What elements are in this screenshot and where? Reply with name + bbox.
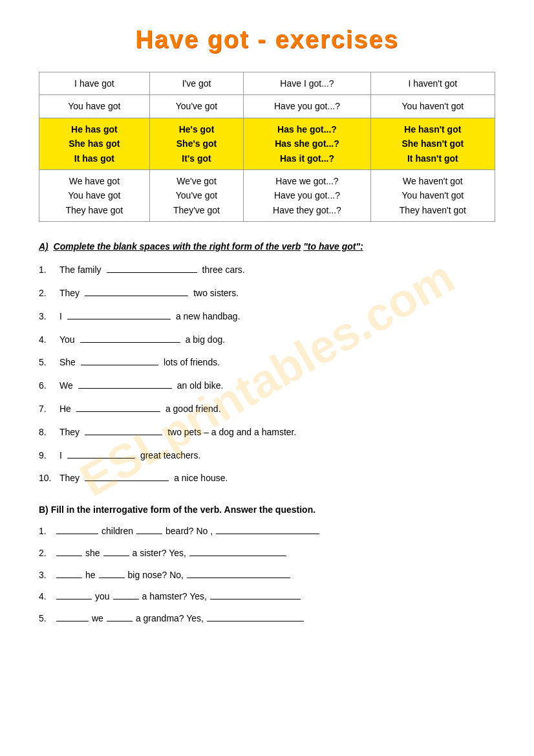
table-cell: He's gotShe's gotIt's got <box>149 118 244 169</box>
list-item: 8. They two pets – a dog and a hamster. <box>39 425 495 440</box>
table-cell: I haven't got <box>370 72 495 95</box>
table-cell: Have we got...?Have you got...?Have they… <box>244 169 370 221</box>
list-item: 9. I great teachers. <box>39 448 495 464</box>
table-cell: We haven't gotYou haven't gotThey haven'… <box>370 169 495 221</box>
conjugation-table: I have gotI've gotHave I got...?I haven'… <box>39 72 495 222</box>
exercise-b-list: 1.childrenbeard? No ,2.shea sister? Yes,… <box>39 524 495 627</box>
list-item: 2. They two sisters. <box>39 286 495 301</box>
table-cell: You've got <box>149 95 244 118</box>
section-b-instruction: B) Fill in the interrogative form of the… <box>39 504 495 515</box>
exercise-a-list: 1. The family three cars.2. They two sis… <box>39 263 495 486</box>
section-a-instruction: A) Complete the blank spaces with the ri… <box>39 240 495 254</box>
table-cell: Have you got...? <box>244 95 370 118</box>
list-item: 3.hebig nose? No, <box>39 568 495 583</box>
table-cell: I have got <box>39 72 150 95</box>
list-item: 4. You a big dog. <box>39 332 495 348</box>
list-item: 4.youa hamster? Yes, <box>39 589 495 605</box>
table-cell: He hasn't gotShe hasn't gotIt hasn't got <box>370 118 495 169</box>
list-item: 3. I a new handbag. <box>39 309 495 325</box>
list-item: 10. They a nice house. <box>39 471 495 486</box>
table-cell: We have gotYou have gotThey have got <box>39 169 150 221</box>
table-cell: We've gotYou've gotThey've got <box>149 169 244 221</box>
list-item: 7. He a good friend. <box>39 402 495 417</box>
table-cell: I've got <box>149 72 244 95</box>
list-item: 5. She lots of friends. <box>39 355 495 371</box>
list-item: 5.wea grandma? Yes, <box>39 611 495 627</box>
table-cell: Have I got...? <box>244 72 370 95</box>
list-item: 1.childrenbeard? No , <box>39 524 495 539</box>
list-item: 1. The family three cars. <box>39 263 495 278</box>
table-cell: He has gotShe has gotIt has got <box>39 118 150 169</box>
table-cell: You have got <box>39 95 150 118</box>
list-item: 6. We an old bike. <box>39 378 495 394</box>
table-cell: You haven't got <box>370 95 495 118</box>
list-item: 2.shea sister? Yes, <box>39 546 495 561</box>
page-title: Have got - exercises <box>39 26 495 54</box>
table-cell: Has he got...?Has she got...?Has it got.… <box>244 118 370 169</box>
